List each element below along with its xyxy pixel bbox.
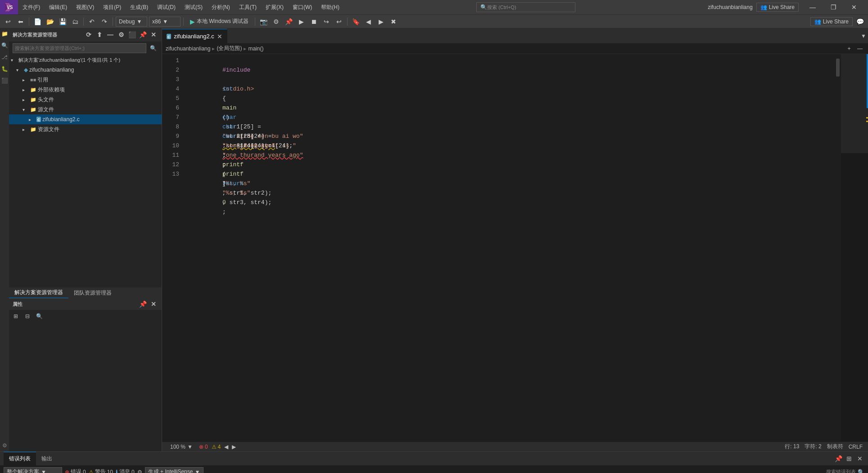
tree-item-references[interactable]: ▸ ■■ 引用: [9, 75, 162, 85]
sidebar-action-up[interactable]: ⬆: [95, 30, 104, 39]
tab-team-explorer[interactable]: 团队资源管理器: [68, 287, 117, 298]
tree-item-resources[interactable]: ▸ 📁 资源文件: [9, 124, 162, 134]
tab-overflow-btn[interactable]: ▼: [859, 29, 868, 43]
toolbar-bookmark-btn[interactable]: 🔖: [350, 16, 361, 27]
toolbar-live-share-button[interactable]: 👥 Live Share: [810, 17, 853, 26]
search-box[interactable]: 🔍 搜索 (Ctrl+Q): [476, 2, 575, 12]
editor-tab-active[interactable]: c zifubianliang2.c ✕: [162, 29, 227, 43]
maximize-button[interactable]: ❐: [823, 0, 844, 14]
toolbar-new-btn[interactable]: 📄: [32, 16, 43, 27]
menu-project[interactable]: 项目(P): [99, 0, 126, 14]
warning-badge[interactable]: ⚠ 警告 10: [89, 468, 113, 473]
toolbar-settings-btn[interactable]: ⚙: [271, 16, 281, 27]
nav-prev-btn[interactable]: ◀: [224, 444, 228, 450]
tree-item-active-file[interactable]: ▸ c zifubianliang2.c: [9, 114, 162, 124]
menu-build[interactable]: 生成(B): [126, 0, 153, 14]
tree-item-sources[interactable]: ▾ 📁 源文件: [9, 105, 162, 114]
sidebar-search-input[interactable]: [13, 43, 146, 53]
activity-debug[interactable]: 🐛: [0, 65, 9, 73]
toolbar-play2-btn[interactable]: ▶: [296, 16, 307, 27]
activity-search[interactable]: 🔍: [0, 41, 9, 50]
toolbar-redo-btn[interactable]: ↷: [99, 16, 110, 27]
toolbar-bookmark-clear[interactable]: ✖: [388, 16, 399, 27]
sidebar-close[interactable]: ✕: [149, 30, 158, 39]
toolbar-open-btn[interactable]: 📂: [45, 16, 55, 27]
tab-close-button[interactable]: ✕: [217, 33, 222, 40]
sidebar-action-refresh[interactable]: ⟳: [84, 30, 93, 39]
toolbar-save-btn[interactable]: 💾: [57, 16, 68, 27]
sidebar-search-button[interactable]: 🔍: [148, 43, 158, 53]
zoom-dropdown[interactable]: 100 % ▼: [167, 444, 195, 450]
tree-item-external-deps[interactable]: ▸ 📁 外部依赖项: [9, 85, 162, 95]
bp-float-btn[interactable]: ⊞: [845, 454, 854, 463]
sidebar-action-pin[interactable]: 📌: [138, 30, 147, 39]
sidebar-action-collapse[interactable]: —: [106, 30, 115, 39]
properties-close-btn[interactable]: ✕: [149, 300, 158, 309]
toolbar-stepinto-btn[interactable]: ↩: [334, 16, 344, 27]
editor-scrollbar[interactable]: [835, 54, 841, 441]
message-count: 0: [131, 469, 135, 473]
filter-dropdown[interactable]: 整个解决方案 ▼: [4, 467, 62, 473]
toolbar-feedback-btn[interactable]: 💬: [854, 16, 865, 27]
toolbar-undo-btn[interactable]: ↶: [86, 16, 97, 27]
tree-item-headers[interactable]: ▸ 📁 头文件: [9, 95, 162, 105]
props-grid-btn[interactable]: ⊞: [11, 311, 21, 321]
sidebar-action-properties[interactable]: ⚙: [117, 30, 126, 39]
toolbar-save-all-btn[interactable]: 🗂: [70, 16, 81, 27]
code-content[interactable]: #include <stdio.h> int main () {: [184, 54, 835, 441]
menu-window[interactable]: 窗口(W): [288, 0, 316, 14]
menu-file[interactable]: 文件(F): [18, 0, 45, 14]
breadcrumb-scope[interactable]: (全局范围): [217, 45, 242, 52]
activity-extensions[interactable]: ⬛: [0, 77, 9, 85]
build-filter-dropdown[interactable]: 生成 + IntelliSense ▼: [145, 467, 203, 473]
properties-pin-btn[interactable]: 📌: [138, 300, 147, 309]
error-indicator[interactable]: ⊗ 0: [199, 444, 208, 450]
bp-pin-btn[interactable]: 📌: [834, 454, 843, 463]
platform-dropdown[interactable]: x86 ▼: [149, 17, 181, 27]
toolbar-bookmark-next[interactable]: ▶: [375, 16, 386, 27]
message-badge[interactable]: ℹ 消息 0: [116, 468, 135, 473]
tab-solution-explorer[interactable]: 解决方案资源管理器: [9, 287, 68, 298]
activity-git[interactable]: ⎇: [0, 53, 9, 61]
tab-error-list[interactable]: 错误列表: [4, 452, 36, 465]
nav-next-btn[interactable]: ▶: [232, 444, 236, 450]
menu-view[interactable]: 视图(V): [72, 0, 99, 14]
live-share-button[interactable]: 👥 Live Share: [756, 3, 799, 12]
filter-mode-btn[interactable]: ⚙: [137, 469, 142, 473]
bp-close-btn[interactable]: ✕: [855, 454, 864, 463]
warning-indicator[interactable]: ⚠ 4: [212, 444, 221, 450]
menu-extensions[interactable]: 扩展(X): [261, 0, 288, 14]
toolbar-stop-btn[interactable]: ⏹: [308, 16, 319, 27]
toolbar-pin-btn[interactable]: 📌: [283, 16, 294, 27]
close-button[interactable]: ✕: [844, 0, 864, 14]
menu-analyze[interactable]: 分析(N): [207, 0, 235, 14]
sidebar-action-filter[interactable]: ⬛: [127, 30, 136, 39]
menu-edit[interactable]: 编辑(E): [45, 0, 72, 14]
minimize-button[interactable]: —: [802, 0, 823, 14]
code-line-4: {: [187, 84, 835, 94]
menu-help[interactable]: 帮助(H): [316, 0, 344, 14]
bp-search-button[interactable]: 🔍: [858, 469, 864, 473]
debug-config-dropdown[interactable]: Debug ▼: [116, 17, 147, 27]
menu-debug[interactable]: 调试(D): [153, 0, 180, 14]
toolbar-bookmark-prev[interactable]: ◀: [363, 16, 374, 27]
toolbar-refresh-btn[interactable]: ↩: [3, 16, 14, 27]
breadcrumb-symbol[interactable]: main(): [248, 45, 263, 52]
props-sort-btn[interactable]: ⊟: [23, 311, 32, 321]
toolbar-stepover-btn[interactable]: ↪: [321, 16, 332, 27]
breadcrumb-collapse-btn[interactable]: —: [855, 44, 864, 53]
error-badge[interactable]: ⊗ 错误 0: [65, 468, 86, 473]
toolbar-camera-btn[interactable]: 📷: [258, 16, 269, 27]
tab-output[interactable]: 输出: [36, 452, 58, 465]
start-debug-button[interactable]: ▶ 本地 Windows 调试器: [186, 16, 252, 27]
props-search-btn[interactable]: 🔍: [34, 311, 44, 321]
tree-item-solution[interactable]: ▾ 解决方案'zifuchuanbianliang'(1 个项目/共 1 个): [9, 55, 162, 65]
activity-explorer[interactable]: 📁: [0, 30, 9, 38]
breadcrumb-project[interactable]: zifuchuanbianliang: [166, 45, 210, 52]
activity-settings[interactable]: ⚙: [0, 441, 9, 450]
breadcrumb-add-btn[interactable]: +: [845, 44, 854, 53]
tree-item-project[interactable]: ▾ ◆ zifuchuanbianliang: [9, 65, 162, 75]
toolbar-back-btn[interactable]: ⬅: [15, 16, 26, 27]
menu-test[interactable]: 测试(S): [180, 0, 207, 14]
menu-tools[interactable]: 工具(T): [235, 0, 261, 14]
